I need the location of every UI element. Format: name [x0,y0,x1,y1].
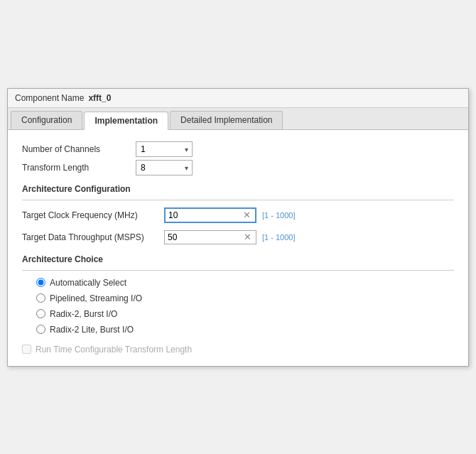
target-data-label: Target Data Throughput (MSPS) [22,232,164,242]
component-name-value: xfft_0 [88,93,111,103]
target-data-input[interactable] [168,232,242,242]
component-name-label: Component Name [15,93,84,103]
radio-pipelined-row: Pipelined, Streaming I/O [36,293,454,303]
runtime-checkbox[interactable] [22,345,31,354]
radio-radix2-label: Radix-2, Burst I/O [50,309,117,319]
radio-radix2lite-label: Radix-2 Lite, Burst I/O [50,325,134,335]
radio-auto-label: Automatically Select [50,278,126,288]
radio-radix2lite[interactable] [36,325,45,334]
transform-length-row: Transform Length 8 16 32 64 ▾ [22,160,454,175]
target-data-range-hint: [1 - 1000] [262,233,295,242]
number-of-channels-label: Number of Channels [22,144,136,154]
target-clock-row: Target Clock Frequency (MHz) ✕ [1 - 1000… [22,207,454,223]
target-clock-range-hint: [1 - 1000] [262,211,295,220]
radio-radix2-row: Radix-2, Burst I/O [36,309,454,319]
tab-implementation[interactable]: Implementation [84,112,168,130]
transform-length-select[interactable]: 8 16 32 64 [136,160,193,175]
radio-auto[interactable] [36,278,45,287]
component-name-bar: Component Name xfft_0 [8,89,468,108]
architecture-config-divider [22,200,454,200]
number-of-channels-select-wrapper: 1 2 4 ▾ [136,141,193,157]
target-clock-input[interactable] [168,210,242,220]
number-of-channels-row: Number of Channels 1 2 4 ▾ [22,141,454,157]
radio-pipelined-label: Pipelined, Streaming I/O [50,293,142,303]
architecture-config-section: Architecture Configuration Target Clock … [22,184,454,244]
transform-length-select-wrapper: 8 16 32 64 ▾ [136,160,193,175]
target-clock-label: Target Clock Frequency (MHz) [22,210,164,220]
target-clock-clear-icon[interactable]: ✕ [242,210,252,220]
target-data-row: Target Data Throughput (MSPS) ✕ [1 - 100… [22,230,454,244]
main-window: Component Name xfft_0 Configuration Impl… [7,88,469,367]
architecture-config-title: Architecture Configuration [22,184,454,194]
radio-auto-row: Automatically Select [36,278,454,288]
architecture-choice-title: Architecture Choice [22,254,454,264]
radio-radix2[interactable] [36,309,45,318]
architecture-choice-divider [22,270,454,271]
transform-length-label: Transform Length [22,163,136,173]
runtime-checkbox-row: Run Time Configurable Transform Length [22,345,454,355]
runtime-checkbox-label: Run Time Configurable Transform Length [36,345,192,355]
tab-detailed-implementation[interactable]: Detailed Implementation [170,111,283,129]
target-data-clear-icon[interactable]: ✕ [242,232,253,242]
tab-bar: Configuration Implementation Detailed Im… [8,108,468,130]
tab-content: Number of Channels 1 2 4 ▾ Transform Len… [8,130,468,366]
radio-pipelined[interactable] [36,293,45,303]
number-of-channels-select[interactable]: 1 2 4 [136,141,193,157]
target-clock-input-wrapper: ✕ [164,207,256,223]
radio-radix2lite-row: Radix-2 Lite, Burst I/O [36,325,454,335]
tab-configuration[interactable]: Configuration [11,111,82,129]
target-data-input-wrapper: ✕ [164,230,256,244]
architecture-choice-section: Architecture Choice Automatically Select… [22,254,454,335]
